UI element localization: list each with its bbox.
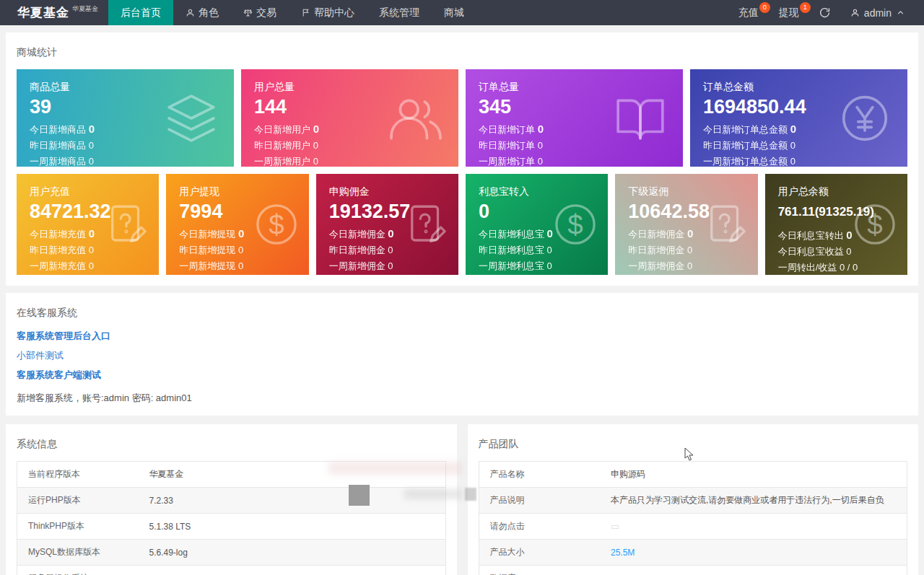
card-line-value: 0 [89, 227, 95, 240]
card-line-value: 0 [790, 156, 796, 167]
nav-label: 帮助中心 [314, 6, 354, 19]
product-size-link[interactable]: 25.5M [611, 548, 635, 558]
svg-text:$: $ [867, 209, 882, 240]
logo-sup-text: 华夏基金 [72, 4, 98, 14]
nav-right: 充值 0 提现 1 admin [728, 0, 924, 25]
top-navbar: 华夏基金 华夏基金 后台首页 角色 交易 帮助中心 系统管理 商城 充值 0 [0, 0, 924, 25]
table-row: 当前程序版本华夏基金 [17, 462, 446, 488]
row-label: 数据库 [479, 566, 600, 575]
service-client-test-link[interactable]: 客服系统客户端测试 [17, 369, 907, 382]
stat-card-goods-total: 商品总量 39 今日新增商品 0 昨日新增商品 0 一周新增商品 0 [17, 69, 234, 167]
document-question-icon [103, 201, 150, 248]
stat-card-user-balance-total: 用户总余额 761.11(91325.19) 今日利息宝转出 0 今日利息宝收益… [765, 174, 907, 275]
section-title-system-info: 系统信息 [17, 438, 446, 451]
widget-test-link[interactable]: 小部件测试 [17, 349, 907, 362]
card-line-label: 一周新增利息宝 [479, 260, 544, 271]
card-line-value: 0 [388, 227, 393, 240]
dollar-circle-icon: $ [851, 201, 899, 248]
card-title: 申购佣金 [329, 185, 445, 198]
logo[interactable]: 华夏基金 华夏基金 [0, 0, 108, 25]
username-label: admin [864, 7, 892, 19]
card-line-value: 0 [313, 140, 318, 151]
table-row: 服务器操作系统Linux [17, 566, 446, 575]
stat-card-interest-transfer-in: 利息宝转入 0 今日新增利息宝 0 昨日新增利息宝 0 一周新增利息宝 0 $ [466, 174, 608, 275]
card-line-label: 昨日新增佣金 [329, 245, 385, 255]
main-nav: 后台首页 角色 交易 帮助中心 系统管理 商城 [108, 0, 476, 25]
row-value: 5.6.49-log [139, 540, 446, 566]
recharge-label: 充值 [738, 6, 759, 19]
yen-circle-icon [838, 92, 892, 145]
chevron-up-icon [896, 8, 905, 17]
stat-cards-row-1: 商品总量 39 今日新增商品 0 昨日新增商品 0 一周新增商品 0 用户总量 … [17, 69, 907, 167]
card-line-label: 今日利息宝收益 [778, 246, 844, 257]
card-line-value: 0 / 0 [840, 262, 858, 273]
service-account-note: 新增客服系统，账号:admin 密码: admin01 [17, 392, 907, 405]
product-team-table: 产品名称申购源码 产品说明本产品只为学习测试交流,请勿要做商业或者用于违法行为,… [479, 461, 908, 575]
nav-item-roles[interactable]: 角色 [173, 0, 231, 25]
nav-item-trade[interactable]: 交易 [231, 0, 289, 25]
stat-card-user-recharge: 用户充值 84721.32 今日新增充值 0 昨日新增充值 0 一周新增充值 0 [17, 174, 159, 275]
card-line-value: 0 [388, 260, 393, 271]
card-line-label: 今日利息宝转出 [778, 230, 844, 241]
card-line-value: 0 [547, 260, 552, 271]
row-value: 5.1.38 LTS [139, 514, 446, 540]
row-label: 产品大小 [479, 540, 600, 566]
nav-item-system-management[interactable]: 系统管理 [367, 0, 432, 25]
row-label: 当前程序版本 [17, 462, 139, 488]
flag-icon [301, 8, 310, 17]
nav-item-help-center[interactable]: 帮助中心 [289, 0, 367, 25]
withdraw-badge: 1 [800, 2, 811, 13]
person-icon [186, 8, 195, 17]
nav-item-mall[interactable]: 商城 [432, 0, 476, 25]
nav-label: 系统管理 [379, 6, 419, 19]
card-line-label: 一周转出/收益 [778, 262, 837, 273]
service-admin-entry-link[interactable]: 客服系统管理后台入口 [17, 330, 907, 343]
table-row: MySQL数据库版本5.6.49-log [17, 540, 446, 566]
recharge-button[interactable]: 充值 0 [728, 0, 769, 25]
card-line-label: 昨日新增充值 [30, 245, 86, 255]
section-title-customer-service: 在线客服系统 [17, 307, 907, 320]
card-line-label: 一周新增佣金 [329, 260, 385, 271]
row-value: Linux [139, 566, 446, 575]
row-value: 7.2.33 [139, 488, 446, 514]
customer-service-panel: 在线客服系统 客服系统管理后台入口 小部件测试 客服系统客户端测试 新增客服系统… [6, 293, 918, 416]
card-line-label: 昨日新增利息宝 [479, 245, 544, 255]
refresh-button[interactable] [809, 0, 840, 25]
withdraw-button[interactable]: 提现 1 [769, 0, 809, 25]
dollar-circle-icon: $ [552, 201, 599, 248]
nav-item-dashboard[interactable]: 后台首页 [108, 0, 173, 25]
card-line-label: 一周新增商品 [30, 156, 86, 167]
row-value: 本产品只为学习测试交流,请勿要做商业或者用于违法行为,一切后果自负 [600, 488, 907, 514]
person-icon [850, 8, 860, 17]
row-label: 请勿点击 [479, 514, 600, 540]
users-icon [389, 92, 443, 145]
row-label: 产品说明 [479, 488, 600, 514]
scales-icon [243, 8, 253, 17]
svg-text:$: $ [568, 209, 583, 240]
card-line-label: 昨日新增用户 [254, 140, 310, 151]
row-value: mysql [600, 566, 907, 575]
section-title-product-team: 产品团队 [479, 438, 908, 451]
card-line-label: 今日新增佣金 [329, 229, 385, 240]
card-line-label: 一周新增充值 [30, 260, 86, 271]
stat-card-user-withdraw: 用户提现 7994 今日新增提现 0 昨日新增提现 0 一周新增提现 0 $ [166, 174, 308, 275]
document-question-icon [402, 201, 450, 248]
nav-label: 角色 [199, 6, 219, 19]
card-line-value: 0 [687, 227, 693, 240]
stat-card-purchase-commission: 申购佣金 19132.57 今日新增佣金 0 昨日新增佣金 0 一周新增佣金 0 [316, 174, 458, 275]
card-line-label: 今日新增订单总金额 [703, 124, 788, 135]
card-line-label: 今日新增商品 [30, 124, 86, 135]
withdraw-label: 提现 [779, 6, 799, 19]
row-label: ThinkPHP版本 [17, 514, 139, 540]
card-line-value: 0 [238, 245, 243, 255]
row-value: ▭ [600, 514, 907, 540]
user-menu[interactable]: admin [840, 0, 911, 25]
product-team-panel: 产品团队 产品名称申购源码 产品说明本产品只为学习测试交流,请勿要做商业或者用于… [468, 424, 919, 575]
card-line-label: 一周新增提现 [179, 260, 235, 271]
card-line-value: 0 [538, 123, 544, 135]
card-line-label: 一周新增佣金 [628, 260, 684, 271]
nav-label: 后台首页 [121, 6, 161, 19]
table-row: 请勿点击▭ [479, 514, 907, 540]
card-line-value: 0 [313, 123, 319, 135]
row-label: 产品名称 [479, 462, 600, 488]
